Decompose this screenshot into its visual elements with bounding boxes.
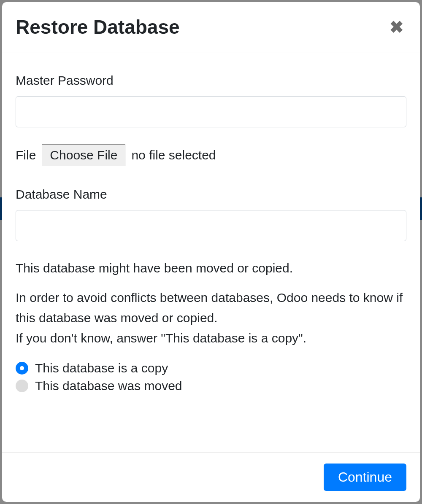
radio-moved-input[interactable]	[16, 380, 28, 392]
description-line-2: In order to avoid conflicts between data…	[16, 291, 403, 325]
radio-copy-label: This database is a copy	[35, 361, 168, 375]
master-password-field[interactable]	[16, 96, 406, 127]
radio-copy-input[interactable]	[16, 362, 28, 375]
radio-option-copy[interactable]: This database is a copy	[16, 361, 406, 375]
database-name-group: Database Name	[16, 187, 406, 241]
continue-button[interactable]: Continue	[324, 464, 406, 491]
copy-move-radio-group: This database is a copy This database wa…	[16, 361, 406, 393]
master-password-group: Master Password	[16, 73, 406, 127]
radio-moved-label: This database was moved	[35, 379, 182, 393]
file-group: File Choose File no file selected	[16, 144, 406, 166]
file-status-text: no file selected	[131, 148, 216, 162]
modal-body: Master Password File Choose File no file…	[2, 52, 420, 452]
modal-header: Restore Database ✖	[2, 2, 420, 52]
close-icon[interactable]: ✖	[387, 19, 406, 35]
database-name-label: Database Name	[16, 187, 406, 202]
radio-option-moved[interactable]: This database was moved	[16, 379, 406, 393]
file-label: File	[16, 148, 36, 162]
description-text: This database might have been moved or c…	[16, 258, 406, 348]
modal-footer: Continue	[2, 452, 420, 502]
database-name-field[interactable]	[16, 210, 406, 241]
restore-database-modal: Restore Database ✖ Master Password File …	[2, 2, 420, 502]
master-password-label: Master Password	[16, 73, 406, 88]
modal-title: Restore Database	[16, 16, 180, 38]
description-line-3: If you don't know, answer "This database…	[16, 331, 306, 345]
choose-file-button[interactable]: Choose File	[42, 144, 125, 166]
description-paragraph-2: In order to avoid conflicts between data…	[16, 288, 406, 348]
description-line-1: This database might have been moved or c…	[16, 258, 406, 278]
